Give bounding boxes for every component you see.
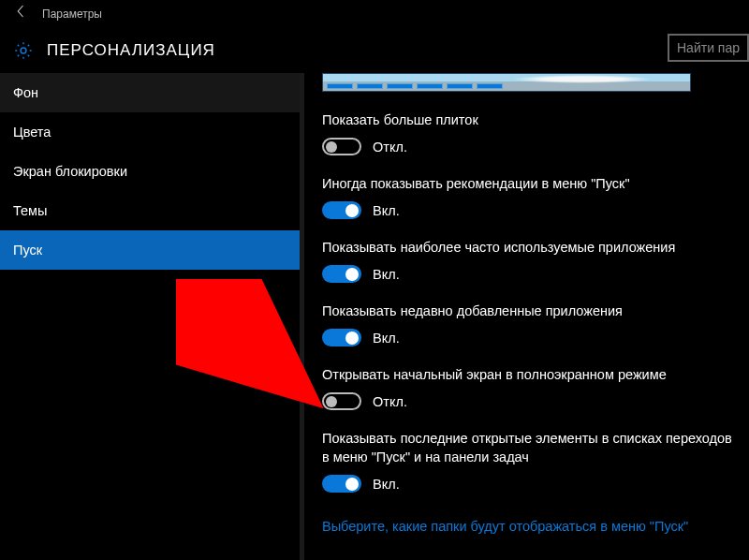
setting-label: Показывать наиболее часто используемые п… bbox=[322, 238, 742, 257]
setting-2: Показывать наиболее часто используемые п… bbox=[322, 238, 742, 283]
sidebar-item-label: Цвета bbox=[13, 125, 51, 140]
start-preview bbox=[322, 73, 742, 92]
settings-list: Показать больше плитокОткл.Иногда показы… bbox=[322, 111, 742, 493]
folders-link[interactable]: Выберите, какие папки будут отображаться… bbox=[322, 519, 688, 534]
titlebar: Параметры bbox=[0, 0, 749, 28]
sidebar: ФонЦветаЭкран блокировкиТемыПуск bbox=[0, 73, 300, 560]
setting-label: Иногда показывать рекомендации в меню "П… bbox=[322, 174, 742, 193]
setting-0: Показать больше плитокОткл. bbox=[322, 111, 742, 155]
setting-5: Показывать последние открытые элементы в… bbox=[322, 429, 742, 493]
setting-4: Открывать начальный экран в полноэкранно… bbox=[322, 365, 742, 410]
settings-window: Параметры ПЕРСОНАЛИЗАЦИЯ Найти пар ФонЦв… bbox=[0, 0, 749, 560]
window-title: Параметры bbox=[42, 7, 102, 21]
setting-label: Открывать начальный экран в полноэкранно… bbox=[322, 365, 742, 384]
sidebar-item-label: Темы bbox=[13, 203, 48, 218]
search-placeholder: Найти пар bbox=[677, 40, 740, 55]
toggle-switch[interactable] bbox=[322, 265, 361, 283]
setting-3: Показывать недавно добавленные приложени… bbox=[322, 302, 742, 346]
toggle-state-label: Откл. bbox=[373, 394, 407, 409]
toggle-switch[interactable] bbox=[322, 329, 361, 346]
setting-label: Показывать недавно добавленные приложени… bbox=[322, 302, 742, 320]
sidebar-item-label: Фон bbox=[13, 85, 38, 100]
toggle-row: Вкл. bbox=[322, 475, 742, 493]
content: Показать больше плитокОткл.Иногда показы… bbox=[300, 73, 749, 560]
toggle-row: Вкл. bbox=[322, 329, 742, 346]
svg-point-0 bbox=[21, 48, 26, 53]
setting-1: Иногда показывать рекомендации в меню "П… bbox=[322, 174, 742, 219]
toggle-state-label: Вкл. bbox=[373, 477, 400, 492]
category-title: ПЕРСОНАЛИЗАЦИЯ bbox=[47, 41, 215, 60]
header: ПЕРСОНАЛИЗАЦИЯ Найти пар bbox=[0, 28, 749, 73]
sidebar-item-2[interactable]: Экран блокировки bbox=[0, 152, 300, 191]
sidebar-item-4[interactable]: Пуск bbox=[0, 230, 300, 270]
toggle-switch[interactable] bbox=[322, 475, 361, 493]
toggle-row: Вкл. bbox=[322, 201, 742, 219]
sidebar-item-3[interactable]: Темы bbox=[0, 191, 300, 230]
sidebar-item-label: Экран блокировки bbox=[13, 164, 127, 179]
setting-label: Показывать последние открытые элементы в… bbox=[322, 429, 742, 466]
sidebar-item-label: Пуск bbox=[13, 243, 42, 258]
toggle-state-label: Вкл. bbox=[373, 203, 400, 218]
search-input[interactable]: Найти пар bbox=[668, 34, 749, 62]
toggle-row: Откл. bbox=[322, 392, 742, 410]
toggle-state-label: Вкл. bbox=[373, 331, 400, 346]
toggle-row: Вкл. bbox=[322, 265, 742, 283]
toggle-state-label: Откл. bbox=[373, 140, 407, 155]
toggle-switch[interactable] bbox=[322, 138, 361, 155]
sidebar-item-1[interactable]: Цвета bbox=[0, 112, 300, 152]
gear-icon bbox=[13, 40, 34, 61]
sidebar-item-0[interactable]: Фон bbox=[0, 73, 300, 112]
toggle-state-label: Вкл. bbox=[373, 267, 400, 282]
toggle-row: Откл. bbox=[322, 138, 742, 155]
back-button[interactable] bbox=[13, 3, 32, 22]
toggle-switch[interactable] bbox=[322, 392, 361, 410]
setting-label: Показать больше плиток bbox=[322, 111, 742, 129]
toggle-switch[interactable] bbox=[322, 201, 361, 219]
